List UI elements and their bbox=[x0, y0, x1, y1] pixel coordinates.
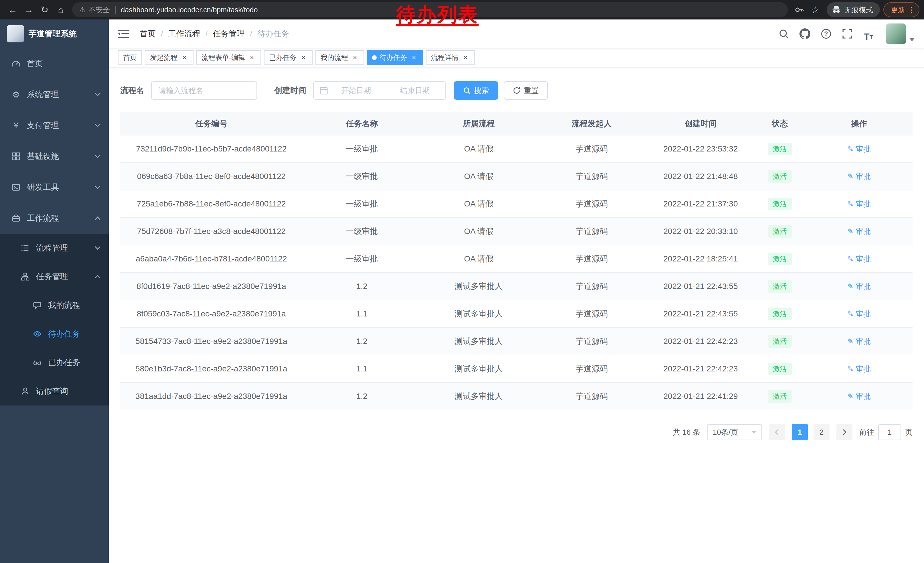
cell-created_at: 2022-01-22 21:37:30 bbox=[647, 190, 754, 218]
sidebar-item-devtools[interactable]: 研发工具 bbox=[0, 172, 109, 203]
approve-link[interactable]: ✎审批 bbox=[847, 144, 871, 154]
edit-icon: ✎ bbox=[847, 392, 854, 401]
next-page-button[interactable] bbox=[836, 424, 852, 440]
page-button-2[interactable]: 2 bbox=[813, 424, 830, 440]
status-badge: 激活 bbox=[768, 280, 792, 293]
goto-page-input[interactable] bbox=[878, 424, 901, 440]
table-row: 73211d9d-7b9b-11ec-b5b7-acde48001122一级审批… bbox=[120, 135, 912, 163]
workflow-submenu: 流程管理 任务管理 bbox=[0, 234, 109, 405]
sidebar-item-label: 支付管理 bbox=[27, 120, 90, 131]
user-menu[interactable] bbox=[886, 24, 915, 44]
app-logo-row[interactable]: 芋道管理系统 bbox=[0, 20, 109, 48]
process-name-input[interactable] bbox=[151, 81, 257, 100]
start-date-placeholder[interactable]: 开始日期 bbox=[332, 86, 381, 96]
status-badge: 激活 bbox=[768, 308, 792, 320]
github-icon[interactable] bbox=[798, 26, 812, 41]
sidebar-item-payment[interactable]: ¥ 支付管理 bbox=[0, 110, 109, 141]
date-range-picker[interactable]: 开始日期 - 结束日期 bbox=[313, 81, 446, 100]
approve-link[interactable]: ✎审批 bbox=[847, 171, 871, 182]
main-area: 首页 / 工作流程 / 任务管理 / 待办任务 bbox=[109, 20, 924, 563]
approve-link[interactable]: ✎审批 bbox=[847, 254, 871, 264]
approve-link[interactable]: ✎审批 bbox=[847, 199, 871, 209]
sidebar-item-done-tasks[interactable]: 已办任务 bbox=[0, 348, 109, 377]
status-badge: 激活 bbox=[768, 198, 792, 210]
approve-link[interactable]: ✎审批 bbox=[847, 309, 871, 319]
cell-created_at: 2022-01-21 22:43:55 bbox=[647, 300, 754, 327]
breadcrumb-item[interactable]: 任务管理 bbox=[213, 29, 245, 39]
search-button[interactable]: 搜索 bbox=[454, 81, 498, 100]
tab-发起流程[interactable]: 发起流程× bbox=[145, 50, 194, 65]
reset-button[interactable]: 重置 bbox=[504, 81, 548, 100]
status-badge: 激活 bbox=[768, 363, 792, 375]
font-size-icon[interactable]: T T bbox=[861, 26, 876, 41]
cell-process: OA 请假 bbox=[422, 163, 536, 190]
breadcrumb: 首页 / 工作流程 / 任务管理 / 待办任务 bbox=[140, 29, 290, 39]
tab-close-icon[interactable]: × bbox=[351, 54, 359, 62]
key-icon[interactable] bbox=[791, 2, 807, 18]
cell-process: 测试多审批人 bbox=[422, 300, 536, 327]
sidebar-item-label: 已办任务 bbox=[48, 357, 100, 368]
sidebar-item-home[interactable]: 首页 bbox=[0, 48, 109, 79]
goto-suffix: 页 bbox=[905, 427, 912, 437]
approve-link[interactable]: ✎审批 bbox=[847, 336, 871, 347]
sidebar-item-todo-tasks[interactable]: 待办任务 bbox=[0, 320, 109, 348]
tab-我的流程[interactable]: 我的流程× bbox=[315, 50, 364, 65]
table-row: 725a1eb6-7b88-11ec-8ef0-acde48001122一级审批… bbox=[120, 190, 912, 218]
tab-close-icon[interactable]: × bbox=[410, 54, 418, 62]
tab-流程表单-编辑[interactable]: 流程表单-编辑× bbox=[196, 50, 261, 65]
search-icon[interactable] bbox=[776, 26, 791, 41]
table-header-row: 任务编号任务名称所属流程流程发起人创建时间状态操作 bbox=[120, 112, 912, 135]
approve-label: 审批 bbox=[856, 144, 871, 154]
avatar[interactable] bbox=[886, 24, 906, 44]
prev-page-button[interactable] bbox=[769, 424, 785, 440]
approve-link[interactable]: ✎审批 bbox=[847, 392, 871, 401]
page-size-select[interactable]: 10条/页 bbox=[707, 424, 762, 440]
status-badge: 激活 bbox=[768, 225, 792, 237]
breadcrumb-item[interactable]: 首页 bbox=[140, 29, 156, 39]
approve-label: 审批 bbox=[856, 336, 871, 347]
tab-close-icon[interactable]: × bbox=[461, 54, 470, 62]
tab-已办任务[interactable]: 已办任务× bbox=[264, 50, 313, 65]
sidebar-item-process-management[interactable]: 流程管理 bbox=[0, 234, 109, 262]
menu-dots-icon[interactable]: ⋮ bbox=[907, 5, 916, 15]
tab-close-icon[interactable]: × bbox=[248, 54, 256, 62]
tab-首页[interactable]: 首页 bbox=[118, 50, 142, 65]
sidebar-item-label: 任务管理 bbox=[36, 271, 90, 282]
approve-link[interactable]: ✎审批 bbox=[847, 281, 871, 291]
tab-close-icon[interactable]: × bbox=[299, 54, 308, 62]
task-table: 任务编号任务名称所属流程流程发起人创建时间状态操作 73211d9d-7b9b-… bbox=[120, 112, 912, 410]
tab-close-icon[interactable]: × bbox=[180, 54, 188, 62]
cell-name: 1.2 bbox=[303, 273, 422, 300]
home-icon[interactable]: ⌂ bbox=[52, 2, 69, 18]
sidebar-item-workflow[interactable]: 工作流程 bbox=[0, 203, 109, 234]
fullscreen-icon[interactable] bbox=[840, 26, 855, 41]
approve-link[interactable]: ✎审批 bbox=[847, 227, 871, 237]
update-button[interactable]: 更新 ⋮ bbox=[884, 2, 920, 17]
page-button-1[interactable]: 1 bbox=[792, 424, 808, 440]
sidebar-item-my-process[interactable]: 我的流程 bbox=[0, 291, 109, 320]
caret-down-icon bbox=[909, 38, 915, 41]
reload-icon[interactable]: ↻ bbox=[37, 2, 52, 18]
star-icon[interactable]: ☆ bbox=[807, 2, 823, 18]
range-separator: - bbox=[384, 86, 387, 95]
approve-link[interactable]: ✎审批 bbox=[847, 364, 871, 374]
security-label[interactable]: 不安全 bbox=[88, 5, 110, 15]
sidebar-item-infrastructure[interactable]: 基础设施 bbox=[0, 141, 109, 172]
sidebar-collapse-icon[interactable] bbox=[118, 29, 130, 39]
end-date-placeholder[interactable]: 结束日期 bbox=[390, 86, 440, 96]
tab-流程详情[interactable]: 流程详情× bbox=[426, 50, 475, 65]
sidebar-item-system[interactable]: ⚙ 系统管理 bbox=[0, 79, 109, 110]
cell-initiator: 芋道源码 bbox=[536, 163, 647, 190]
tab-待办任务[interactable]: 待办任务× bbox=[367, 50, 423, 65]
cell-action: ✎审批 bbox=[806, 355, 912, 383]
back-icon[interactable]: ← bbox=[4, 2, 21, 18]
breadcrumb-separator: / bbox=[161, 29, 163, 38]
url-text[interactable]: dashboard.yudao.iocoder.cn/bpm/task/todo bbox=[121, 6, 258, 14]
help-icon[interactable]: ? bbox=[819, 26, 834, 41]
breadcrumb-item[interactable]: 工作流程 bbox=[168, 29, 200, 39]
forward-icon[interactable]: → bbox=[21, 2, 37, 18]
sidebar-item-task-management[interactable]: 任务管理 bbox=[0, 262, 109, 291]
chevron-down-icon bbox=[95, 90, 100, 96]
sidebar-item-leave-query[interactable]: 请假查询 bbox=[0, 377, 109, 405]
table-row: a6aba0a4-7b6d-11ec-b781-acde48001122一级审批… bbox=[120, 245, 912, 273]
